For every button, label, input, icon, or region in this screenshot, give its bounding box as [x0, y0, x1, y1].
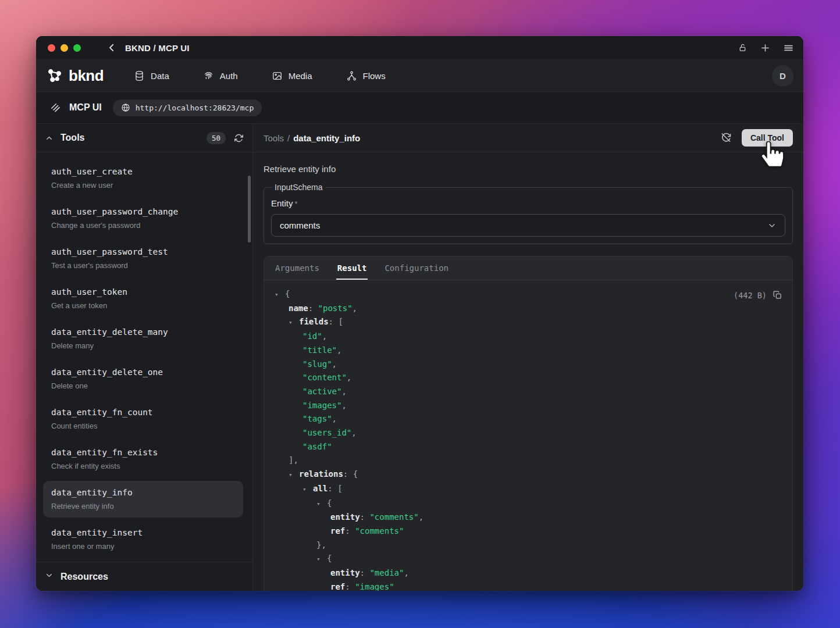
globe-icon: [121, 103, 130, 112]
required-marker: *: [295, 199, 298, 208]
tool-name: data_entity_fn_count: [51, 407, 235, 418]
tool-name: auth_user_password_test: [51, 247, 235, 258]
close-window-button[interactable]: [48, 44, 55, 52]
tools-section-header[interactable]: Tools 50: [36, 124, 252, 152]
json-line: "images",: [275, 399, 782, 413]
json-line: "asdf": [275, 440, 782, 454]
json-line: ▾{: [275, 552, 782, 566]
expander-triangle-icon[interactable]: ▾: [316, 552, 327, 566]
copy-icon[interactable]: [773, 290, 782, 300]
nav-item-media[interactable]: Media: [272, 70, 312, 81]
call-tool-button[interactable]: Call Tool: [742, 129, 793, 147]
zoom-window-button[interactable]: [73, 44, 81, 52]
json-line: "active",: [275, 385, 782, 399]
tool-list-item[interactable]: auth_user_password_test Test a user's pa…: [43, 240, 243, 277]
nav-item-label: Media: [289, 71, 312, 81]
tool-description: Check if entity exists: [51, 462, 235, 471]
nav-item-data[interactable]: Data: [134, 70, 169, 81]
json-lines: ▾{name: "posts",▾fields: ["id","title","…: [275, 287, 782, 591]
tool-name: data_entity_fn_exists: [51, 447, 235, 458]
resources-section-title: Resources: [60, 572, 108, 582]
tool-description: Get a user token: [51, 301, 235, 311]
json-meta: (442 B): [734, 290, 782, 300]
result-panel: ArgumentsResultConfiguration ▾{name: "po…: [264, 256, 793, 591]
bknd-logo-icon: [46, 67, 63, 84]
input-schema-legend: InputSchema: [272, 183, 326, 192]
nav-item-flows[interactable]: Flows: [346, 70, 386, 81]
menu-icon[interactable]: [783, 42, 794, 53]
breadcrumb-section[interactable]: Tools: [264, 133, 284, 143]
database-icon: [134, 70, 145, 81]
json-line: "title",: [275, 344, 782, 358]
server-url-pill[interactable]: http://localhost:28623/mcp: [113, 99, 262, 116]
json-line: entity: "media",: [275, 566, 782, 580]
sidebar: Tools 50 auth_user_create Create a new u…: [36, 124, 253, 591]
nav-item-label: Data: [151, 71, 169, 81]
json-line: name: "posts",: [275, 302, 782, 316]
image-icon: [272, 70, 283, 81]
json-line: "id",: [275, 330, 782, 344]
json-line: "tags",: [275, 412, 782, 426]
titlebar: BKND / MCP UI: [36, 36, 803, 60]
tool-name: data_entity_info: [51, 487, 235, 498]
chevron-down-icon: [767, 221, 777, 230]
new-tab-icon[interactable]: [760, 42, 771, 53]
tool-description: Delete many: [51, 341, 235, 351]
tool-description: Delete one: [51, 381, 235, 391]
json-line: },: [275, 538, 782, 552]
expander-triangle-icon[interactable]: ▾: [289, 316, 299, 330]
tab-configuration[interactable]: Configuration: [383, 256, 450, 280]
titlebar-actions: [738, 36, 794, 60]
tool-name: auth_user_token: [51, 287, 235, 298]
traffic-lights: [36, 44, 81, 52]
json-line: ▾relations: {: [275, 468, 782, 482]
json-line: ref: "images": [275, 580, 782, 591]
user-avatar[interactable]: D: [772, 65, 793, 87]
tools-count-badge: 50: [207, 132, 226, 144]
nav-item-label: Flows: [363, 71, 386, 81]
tool-list-item[interactable]: data_entity_fn_exists Check if entity ex…: [43, 441, 243, 477]
tabs-row: ArgumentsResultConfiguration: [264, 256, 792, 280]
fingerprint-icon: [203, 70, 214, 81]
tool-list-item[interactable]: auth_user_create Create a new user: [43, 160, 243, 197]
tool-name: data_entity_insert: [51, 527, 235, 538]
json-line: ▾{: [275, 287, 782, 302]
tab-arguments[interactable]: Arguments: [274, 256, 321, 280]
minimize-window-button[interactable]: [60, 44, 68, 52]
tool-description: Create a new user: [51, 181, 235, 190]
tool-list-item[interactable]: data_entity_delete_one Delete one: [43, 361, 243, 397]
expander-triangle-icon[interactable]: ▾: [316, 497, 327, 511]
app-window: BKND / MCP UI: [36, 36, 803, 591]
expander-triangle-icon[interactable]: ▾: [302, 483, 313, 497]
tool-description: Test a user's password: [51, 261, 235, 270]
tool-list-item[interactable]: auth_user_token Get a user token: [43, 280, 243, 317]
entity-select-value: comments: [280, 220, 320, 230]
tool-list-item[interactable]: auth_user_password_change Change a user'…: [43, 200, 243, 237]
tool-list-item[interactable]: data_entity_delete_many Delete many: [43, 320, 243, 357]
tool-list-item[interactable]: data_entity_info Retrieve entity info: [43, 481, 243, 518]
resources-section-header[interactable]: Resources: [36, 562, 252, 591]
back-button[interactable]: [106, 42, 117, 53]
main-panel: Tools/ data_entity_info Call Tool Retrie…: [253, 124, 803, 591]
lock-open-icon[interactable]: [738, 43, 748, 53]
expander-triangle-icon[interactable]: ▾: [275, 288, 285, 302]
brand-logo[interactable]: bknd: [46, 67, 104, 85]
tool-list-item[interactable]: data_entity_insert Insert one or many: [43, 521, 243, 558]
entity-select[interactable]: comments: [271, 214, 785, 237]
window-title: BKND / MCP UI: [125, 43, 190, 53]
tab-result[interactable]: Result: [336, 256, 368, 280]
result-size-badge: (442 B): [734, 291, 767, 300]
json-line: ▾{: [275, 497, 782, 511]
refresh-tools-icon[interactable]: [234, 133, 244, 143]
tool-list-item[interactable]: data_entity_fn_count Count entities: [43, 401, 243, 437]
tool-description: Retrieve entity info: [51, 502, 235, 511]
nav-item-auth[interactable]: Auth: [203, 70, 238, 81]
entity-field-label: Entity*: [271, 198, 785, 208]
tool-description: Insert one or many: [51, 542, 235, 551]
app-body: Tools 50 auth_user_create Create a new u…: [36, 124, 803, 591]
expander-triangle-icon[interactable]: ▾: [289, 468, 299, 482]
tool-name: data_entity_delete_many: [51, 327, 235, 338]
tool-name: data_entity_delete_one: [51, 367, 235, 378]
sidebar-scrollbar-thumb[interactable]: [248, 176, 251, 242]
auto-refresh-off-icon[interactable]: [720, 132, 732, 144]
